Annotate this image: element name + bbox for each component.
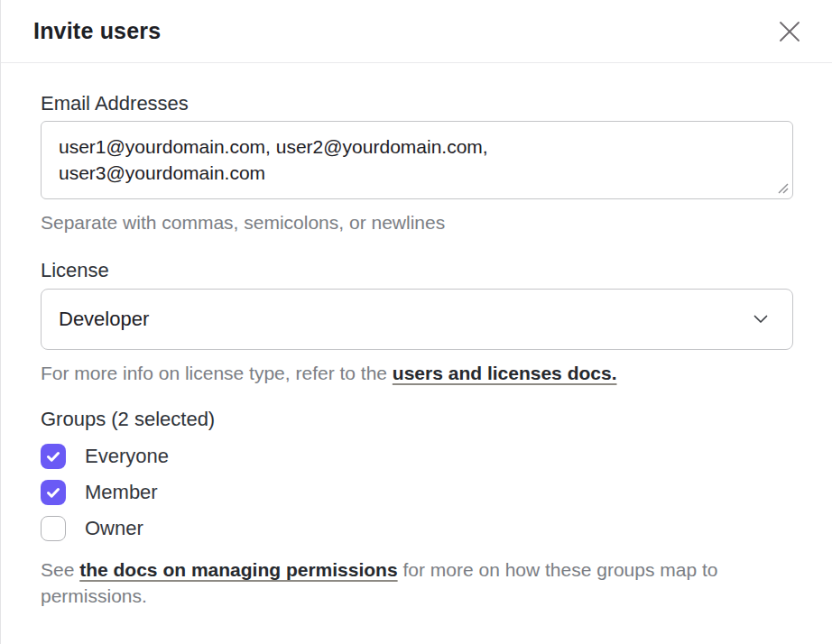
checkbox-everyone[interactable] <box>41 444 66 469</box>
managing-permissions-docs-link[interactable]: the docs on managing permissions <box>79 559 397 580</box>
modal-body: Email Addresses user1@yourdomain.com, us… <box>1 63 832 609</box>
email-helper-text: Separate with commas, semicolons, or new… <box>41 209 793 235</box>
email-addresses-input[interactable]: user1@yourdomain.com, user2@yourdomain.c… <box>41 121 793 199</box>
checkbox-label-everyone: Everyone <box>85 445 169 468</box>
checkbox-label-owner: Owner <box>85 517 143 540</box>
license-select[interactable]: Developer <box>41 289 793 350</box>
group-option-owner[interactable]: Owner <box>41 516 143 541</box>
checkbox-member[interactable] <box>41 480 66 505</box>
email-section: Email Addresses user1@yourdomain.com, us… <box>41 92 793 235</box>
license-selected-value: Developer <box>59 308 149 331</box>
email-addresses-label: Email Addresses <box>41 92 793 115</box>
close-icon <box>776 18 803 45</box>
license-section: License Developer For more info on licen… <box>41 259 793 386</box>
license-helper-prefix: For more info on license type, refer to … <box>41 363 393 383</box>
close-button[interactable] <box>774 16 805 47</box>
modal-title: Invite users <box>33 18 161 44</box>
groups-section: Groups (2 selected) Everyone Member <box>41 408 793 609</box>
check-icon <box>46 487 60 499</box>
groups-helper-prefix: See <box>41 559 79 580</box>
email-textarea-wrap: user1@yourdomain.com, user2@yourdomain.c… <box>41 121 793 199</box>
users-and-licenses-docs-link[interactable]: users and licenses docs. <box>393 363 617 383</box>
checkbox-owner[interactable] <box>41 516 66 541</box>
invite-users-modal: Invite users Email Addresses user1@yourd… <box>0 0 832 644</box>
group-option-member[interactable]: Member <box>41 480 158 505</box>
license-helper-text: For more info on license type, refer to … <box>41 360 793 386</box>
check-icon <box>46 451 60 463</box>
chevron-down-icon <box>753 315 768 324</box>
checkbox-label-member: Member <box>85 481 158 504</box>
license-label: License <box>41 259 793 282</box>
group-option-everyone[interactable]: Everyone <box>41 444 169 469</box>
groups-label: Groups (2 selected) <box>41 408 793 431</box>
groups-helper-text: See the docs on managing permissions for… <box>41 557 793 609</box>
modal-header: Invite users <box>1 0 832 63</box>
